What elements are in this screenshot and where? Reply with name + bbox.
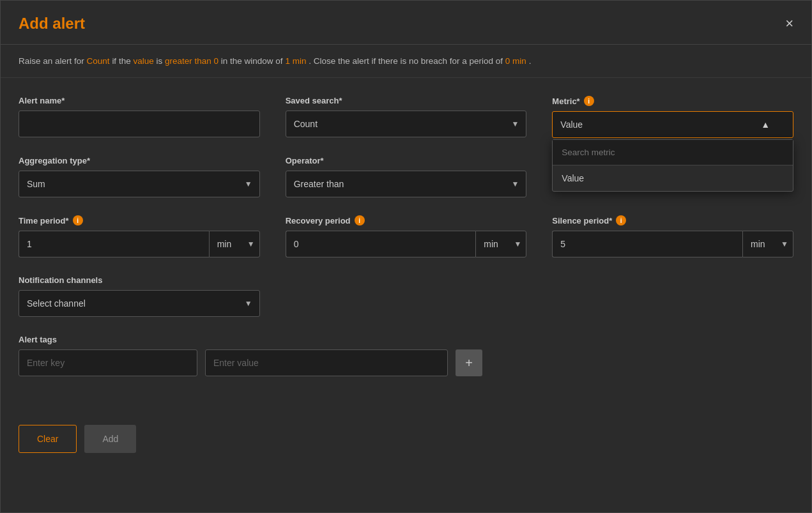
alert-name-label: Alert name* <box>19 96 260 105</box>
operator-group: Operator* Greater than ▼ <box>286 156 527 197</box>
notification-channels-label: Notification channels <box>19 275 260 285</box>
summary-condition: greater than 0 <box>165 56 218 66</box>
time-period-unit-wrapper: min ▼ <box>209 231 260 257</box>
recovery-period-input-group: min ▼ <box>286 231 527 257</box>
time-period-info-icon: i <box>73 215 83 226</box>
tag-key-input[interactable] <box>19 349 197 376</box>
metric-dropdown: Value <box>552 139 793 192</box>
summary-period: 0 min <box>505 56 526 66</box>
operator-select[interactable]: Greater than <box>286 171 527 197</box>
metric-option-value[interactable]: Value <box>553 165 793 191</box>
recovery-period-unit-wrapper: min ▼ <box>475 231 526 257</box>
saved-search-select-wrapper: Count ▼ <box>286 111 527 137</box>
silence-period-group: Silence period* i min ▼ <box>552 215 793 257</box>
metric-button[interactable]: Value ▲ <box>552 111 793 138</box>
aggregation-group: Aggregation type* Sum ▼ <box>19 156 260 197</box>
summary-window: 1 min <box>285 56 306 66</box>
metric-chevron-up-icon: ▲ <box>761 119 770 130</box>
recovery-period-input[interactable] <box>286 231 476 257</box>
time-period-group: Time period* i min ▼ <box>19 215 260 257</box>
saved-search-select[interactable]: Count <box>286 111 527 137</box>
aggregation-select-wrapper: Sum ▼ <box>19 171 260 197</box>
channel-select[interactable]: Select channel <box>19 290 260 317</box>
metric-dropdown-wrapper: Value ▲ Value <box>552 111 793 138</box>
silence-period-unit-wrapper: min ▼ <box>742 231 793 257</box>
metric-info-icon: i <box>584 96 594 106</box>
recovery-period-info-icon: i <box>355 215 365 226</box>
recovery-period-group: Recovery period i min ▼ <box>286 215 527 257</box>
operator-label: Operator* <box>286 156 527 165</box>
aggregation-label: Aggregation type* <box>19 156 260 165</box>
notification-channels-group: Notification channels Select channel ▼ <box>19 275 260 317</box>
saved-search-label: Saved search* <box>286 96 527 105</box>
time-period-label: Time period* i <box>19 215 260 226</box>
modal-header: Add alert × <box>1 1 811 45</box>
silence-period-label: Silence period* i <box>552 215 793 226</box>
tag-value-input[interactable] <box>205 349 448 376</box>
form-row-1: Alert name* Saved search* Count ▼ Metric… <box>19 96 793 138</box>
summary-mid2: is <box>156 56 162 66</box>
alert-tags-label: Alert tags <box>19 335 793 344</box>
recovery-period-unit-select[interactable]: min <box>475 231 526 257</box>
operator-select-wrapper: Greater than ▼ <box>286 171 527 197</box>
recovery-period-label: Recovery period i <box>286 215 527 226</box>
alert-tags-section: Alert tags + <box>19 335 793 376</box>
time-period-unit-select[interactable]: min <box>209 231 260 257</box>
silence-period-input-group: min ▼ <box>552 231 793 257</box>
summary-value-word: value <box>133 56 153 66</box>
summary-mid3: in the window of <box>221 56 283 66</box>
form-row-3: Time period* i min ▼ Recovery period <box>19 215 793 257</box>
add-alert-modal: Add alert × Raise an alert for Count if … <box>0 0 812 513</box>
channels-row: Notification channels Select channel ▼ <box>19 275 793 317</box>
add-tag-button[interactable]: + <box>456 349 482 376</box>
metric-group: Metric* i Value ▲ Value <box>552 96 793 138</box>
tags-inputs-row: + <box>19 349 793 376</box>
metric-search-input[interactable] <box>553 140 793 165</box>
alert-name-group: Alert name* <box>19 96 260 138</box>
summary-bar: Raise an alert for Count if the value is… <box>1 45 811 78</box>
summary-suffix: . <box>529 56 532 66</box>
footer-buttons: Clear Add <box>1 412 811 471</box>
summary-prefix: Raise an alert for <box>19 56 84 66</box>
close-button[interactable]: × <box>785 17 793 31</box>
channel-select-wrapper: Select channel ▼ <box>19 290 260 317</box>
modal-title: Add alert <box>19 15 85 33</box>
add-button[interactable]: Add <box>84 425 136 453</box>
silence-period-input[interactable] <box>552 231 742 257</box>
silence-period-unit-select[interactable]: min <box>742 231 793 257</box>
metric-label: Metric* i <box>552 96 793 106</box>
silence-period-info-icon: i <box>616 215 626 226</box>
alert-name-input[interactable] <box>19 111 260 137</box>
aggregation-select[interactable]: Sum <box>19 171 260 197</box>
time-period-input[interactable] <box>19 231 209 257</box>
time-period-input-group: min ▼ <box>19 231 260 257</box>
clear-button[interactable]: Clear <box>19 425 77 453</box>
summary-mid1: if the <box>112 56 130 66</box>
saved-search-group: Saved search* Count ▼ <box>286 96 527 138</box>
summary-mid4: . Close the alert if there is no breach … <box>309 56 503 66</box>
summary-metric: Count <box>87 56 110 66</box>
metric-value-label: Value <box>560 119 583 130</box>
form-body: Alert name* Saved search* Count ▼ Metric… <box>1 78 811 412</box>
